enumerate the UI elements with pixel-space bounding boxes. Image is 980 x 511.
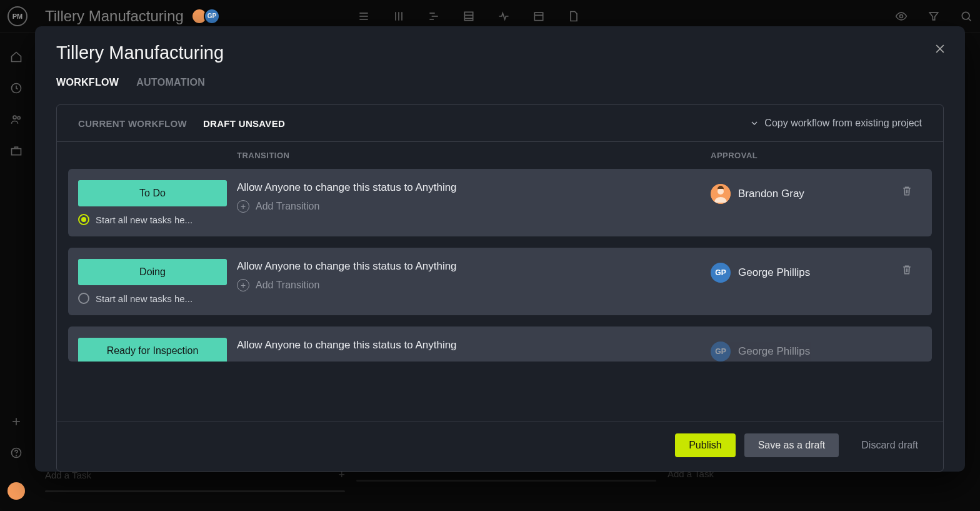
add-icon[interactable] [9,415,23,428]
svg-line-17 [968,18,971,21]
topbar-right [895,10,972,23]
save-draft-button[interactable]: Save as a draft [744,433,839,457]
plus-circle-icon: + [237,279,249,291]
home-icon[interactable] [9,50,23,64]
status-rows-container: To Do Start all new tasks he... Allow An… [57,169,943,425]
delete-row-button[interactable] [892,338,922,342]
svg-marker-15 [929,13,938,20]
column-header-transition: TRANSITION [237,151,711,160]
close-button[interactable] [932,41,948,56]
delete-row-button[interactable] [892,259,922,276]
main-tabs: WORKFLOW AUTOMATION [56,77,944,91]
add-transition-label: Add Transition [256,201,319,212]
recent-icon[interactable] [9,81,23,95]
workflow-subheader: CURRENT WORKFLOW DRAFT UNSAVED Copy work… [57,105,943,142]
search-icon[interactable] [960,10,972,23]
workflow-modal: Tillery Manufacturing WORKFLOW AUTOMATIO… [35,26,965,472]
start-tasks-radio[interactable]: Start all new tasks he... [78,293,227,304]
briefcase-icon[interactable] [9,144,23,158]
tab-automation[interactable]: AUTOMATION [136,77,205,91]
approver-avatar[interactable] [711,184,731,204]
approver-name: George Phillips [738,266,810,279]
svg-point-25 [16,455,17,456]
status-pill-ready[interactable]: Ready for Inspection [78,338,227,362]
status-row: Ready for Inspection Allow Anyone to cha… [68,326,932,362]
transition-rule-text: Allow Anyone to change this status to An… [237,339,711,352]
calendar-view-icon[interactable] [532,10,545,23]
column-header-approval: APPROVAL [711,151,892,160]
modal-body: CURRENT WORKFLOW DRAFT UNSAVED Copy work… [56,104,944,472]
board-view-icon[interactable] [392,10,405,23]
column-headers: TRANSITION APPROVAL [57,142,943,169]
help-icon[interactable] [9,446,23,460]
project-title-bg: Tillery Manufacturing [45,8,184,25]
files-view-icon[interactable] [568,10,580,23]
plus-circle-icon: + [237,200,249,213]
sheet-view-icon[interactable] [462,10,475,23]
chevron-down-icon [749,118,759,128]
svg-point-20 [18,116,20,119]
transition-rule-text: Allow Anyone to change this status to An… [237,260,711,273]
subtab-draft-unsaved[interactable]: DRAFT UNSAVED [203,118,285,129]
add-transition-button[interactable]: + Add Transition [237,200,711,213]
activity-view-icon[interactable] [498,10,510,23]
status-pill-doing[interactable]: Doing [78,259,227,285]
visibility-icon[interactable] [895,10,908,23]
modal-footer: Publish Save as a draft Discard draft [57,422,943,471]
modal-header: Tillery Manufacturing WORKFLOW AUTOMATIO… [35,26,965,91]
start-tasks-radio[interactable]: Start all new tasks he... [78,214,227,225]
approver-name: George Phillips [738,345,810,358]
delete-row-button[interactable] [892,180,922,198]
radio-icon [78,214,89,225]
current-user-avatar[interactable] [8,482,25,500]
gantt-view-icon[interactable] [428,10,440,23]
publish-button[interactable]: Publish [675,433,735,457]
svg-rect-21 [12,149,21,155]
left-sidebar [0,33,32,511]
svg-point-29 [718,188,724,195]
approver-name: Brandon Gray [738,188,804,200]
add-transition-label: Add Transition [256,280,319,291]
status-row: Doing Start all new tasks he... Allow An… [68,248,932,315]
svg-rect-9 [464,12,472,20]
tab-workflow[interactable]: WORKFLOW [56,77,119,91]
list-view-icon[interactable] [358,10,370,23]
approver-avatar[interactable]: GP [711,263,731,283]
copy-workflow-label: Copy workflow from existing project [764,118,922,129]
view-switcher [358,10,580,23]
subtab-current-workflow[interactable]: CURRENT WORKFLOW [78,118,187,129]
header-avatars[interactable]: GP [195,8,220,24]
svg-point-19 [13,116,16,119]
radio-label: Start all new tasks he... [96,215,192,225]
add-transition-button[interactable]: + Add Transition [237,279,711,291]
status-pill-todo[interactable]: To Do [78,180,227,206]
filter-icon[interactable] [928,10,940,23]
header-avatar-2[interactable]: GP [204,8,220,24]
svg-rect-12 [534,13,542,20]
discard-draft-button[interactable]: Discard draft [848,433,932,457]
radio-icon [78,293,89,304]
transition-rule-text: Allow Anyone to change this status to An… [237,181,711,194]
copy-workflow-link[interactable]: Copy workflow from existing project [749,118,922,129]
app-logo[interactable]: PM [8,6,28,26]
team-icon[interactable] [9,113,23,126]
status-row: To Do Start all new tasks he... Allow An… [68,169,932,236]
modal-title: Tillery Manufacturing [56,43,944,63]
svg-point-16 [962,12,969,19]
radio-label: Start all new tasks he... [96,293,192,304]
approver-avatar[interactable]: GP [711,342,731,362]
svg-point-14 [900,14,903,18]
